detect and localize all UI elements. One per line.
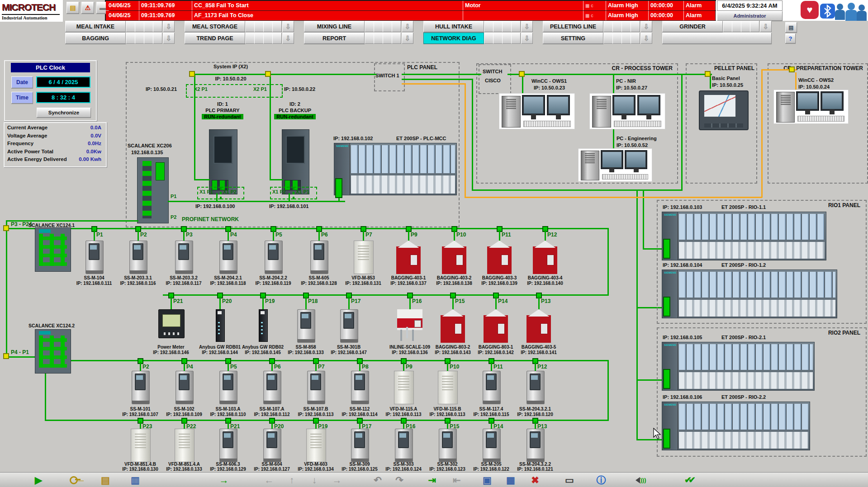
nav-button-mixing-line[interactable]: MIXING LINE [304,21,365,32]
nav-button-trend-page[interactable]: TREND PAGE [185,33,245,44]
device-ss-m-107-a[interactable] [263,371,281,404]
screen-in-button[interactable]: ⇥ [425,473,439,487]
nav-segment-button[interactable] [245,21,255,32]
nav-segment-button[interactable] [126,21,135,32]
nav-segment-button[interactable] [723,21,732,32]
nav-segment-button[interactable] [741,21,750,32]
password-key-button[interactable] [67,473,81,487]
nav-segment-button[interactable] [484,33,493,44]
basic-panel-hmi[interactable] [699,90,749,130]
nav-segment-button[interactable] [153,33,162,44]
display-button[interactable]: ▭ [563,473,576,487]
alarm-warning-icon[interactable]: ⚠ [81,2,94,14]
device-ss-m-102[interactable] [175,371,194,404]
device-ss-m-107-b[interactable] [307,371,325,404]
device-vfd-m-853[interactable] [354,241,374,274]
nav-arrow-button[interactable]: ⇩ [640,33,652,44]
nav-button-pelleting-line[interactable]: PELLETING LINE [543,21,603,32]
nav-button-meal-storage[interactable]: MEAL STORAGE [185,21,245,32]
nav-segment-button[interactable] [603,33,613,44]
device-ss-m-204-2-1[interactable] [219,241,237,274]
plc-primary-device[interactable] [209,129,237,194]
nav-segment-button[interactable] [750,21,759,32]
nav-button-setting[interactable]: SETTING [543,33,603,44]
nav-segment-button[interactable] [263,21,273,32]
nav-segment-button[interactable] [392,33,401,44]
nav-segment-button[interactable] [374,33,383,44]
device-ss-m-103-a[interactable] [219,371,237,404]
nav-up-button[interactable]: ↑ [285,473,299,487]
scalance-xc124-switch[interactable] [35,329,71,374]
device-vfd-m-115-a[interactable] [394,371,414,404]
undo-button[interactable]: ↶ [371,473,384,487]
acknowledge-all-button[interactable]: ✔✔ [679,473,697,487]
device-ss-m-101[interactable] [132,371,150,404]
nav-arrow-button[interactable]: ⇩ [760,21,772,32]
nav-segment-button[interactable] [621,33,631,44]
device-bagging-803-1[interactable] [484,309,508,343]
device-ss-m-204-2-2[interactable] [265,241,283,274]
device-ss-m-204-3-2-2[interactable] [526,429,545,462]
nav-back-button[interactable]: ← [262,473,276,487]
device-ss-m-104[interactable] [85,241,104,274]
nav-segment-button[interactable] [365,33,374,44]
device-power-meter[interactable] [158,309,185,338]
rio-rack-et-200sp-rio-1-1[interactable]: SIEMENS [662,212,826,260]
nav-button-network-diag[interactable]: NETWORK DIAG [423,33,484,44]
rio-rack-et-200sp-rio-2-1[interactable]: SIEMENS [662,342,815,391]
nav-segment-button[interactable] [365,21,374,32]
device-inline-scale-109[interactable] [397,309,422,341]
nav-down-button[interactable]: ↓ [308,473,321,487]
nav-segment-button[interactable] [153,21,162,32]
copy-window-button[interactable]: ▥ [128,473,142,487]
nav-segment-button[interactable] [732,21,741,32]
export-button[interactable]: → [217,473,231,487]
device-ss-m-112[interactable] [351,371,369,404]
nav-segment-button[interactable] [254,33,264,44]
nav-segment-button[interactable] [612,21,622,32]
nav-segment-button[interactable] [135,33,144,44]
nav-segment-button[interactable] [392,21,401,32]
nav-arrow-button[interactable]: ⇩ [521,33,533,44]
nav-arrow-button[interactable]: ⇩ [640,21,652,32]
device-ss-m-604[interactable] [263,429,281,462]
nav-segment-button[interactable] [272,33,282,44]
nav-segment-button[interactable] [383,33,392,44]
nav-forward-button[interactable]: → [330,473,344,487]
folder-button[interactable]: ▣ [480,473,494,487]
nav-segment-button[interactable] [126,33,135,44]
save-button[interactable]: ▦ [504,473,517,487]
device-ss-m-606-3[interactable] [219,429,237,462]
nav-button-bagging[interactable]: BAGGING [65,33,126,44]
device-ss-m-858[interactable] [297,309,315,343]
audio-alarm-button[interactable]: ))) [632,473,646,487]
nav-button-report[interactable]: REPORT [304,33,365,44]
nav-arrow-button[interactable]: ⇩ [282,33,294,44]
device-anybus-gw-rdb01[interactable] [216,309,225,342]
nav-segment-button[interactable] [511,33,521,44]
device-ss-m-605[interactable] [310,241,328,274]
nav-arrow-button[interactable]: ⇩ [163,21,175,32]
nav-segment-button[interactable] [254,21,264,32]
nav-segment-button[interactable] [135,21,144,32]
nav-segment-button[interactable] [383,21,392,32]
users-icon[interactable] [836,3,868,21]
nav-button-hull-intake[interactable]: HULL INTAKE [423,21,484,32]
nav-segment-button[interactable] [144,21,153,32]
nav-arrow-button[interactable]: ⇩ [163,33,175,44]
device-bagging-403-2[interactable] [442,241,466,274]
rio-rack-et-200sp-rio-1-2[interactable]: SIEMENS [662,270,837,318]
run-button[interactable]: ▶ [32,473,45,487]
nav-segment-button[interactable] [603,21,613,32]
nav-segment-button[interactable] [374,21,383,32]
nav-segment-button[interactable] [263,33,273,44]
device-ss-m-309[interactable] [351,429,369,462]
nav-empty-slot[interactable] [662,33,772,44]
device-ss-m-117-4[interactable] [483,371,501,404]
device-bagging-403-4[interactable] [533,241,557,274]
rio-rack-et-200sp-rio-2-2[interactable]: SIEMENS [662,402,810,450]
plc-backup-device[interactable] [282,129,309,194]
device-anybus-gw-rdb02[interactable] [259,309,268,342]
nav-segment-button[interactable] [631,21,640,32]
nav-segment-button[interactable] [621,21,631,32]
